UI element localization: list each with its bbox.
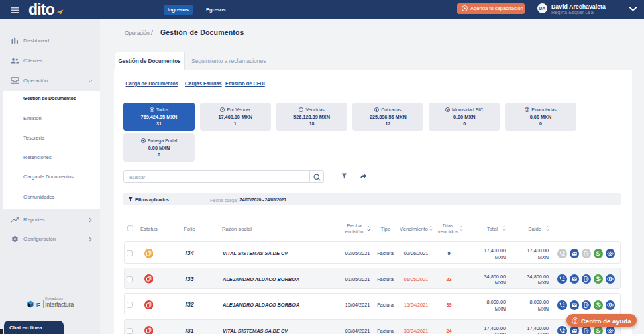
svg-text:S: S — [526, 108, 528, 111]
svg-text:?: ? — [574, 318, 576, 323]
